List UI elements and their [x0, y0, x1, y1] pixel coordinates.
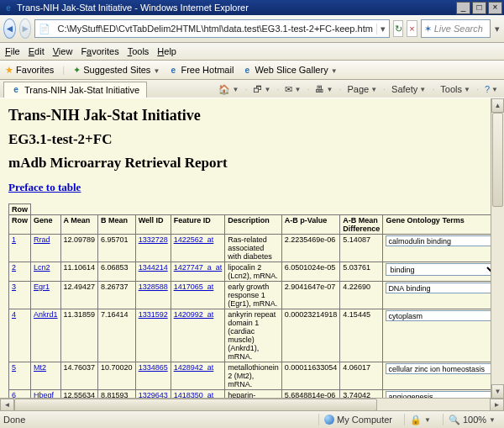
go-input[interactable] — [386, 363, 498, 374]
feature-link[interactable]: 1420992_at — [174, 310, 214, 319]
window-title: Trans-NIH Jak-Stat Initiative - Windows … — [17, 3, 249, 13]
scroll-thumb[interactable] — [492, 113, 503, 207]
cell-bmean: 7.16414 — [98, 309, 136, 362]
go-input[interactable] — [386, 235, 498, 246]
cell-gene: Rrad — [31, 235, 61, 262]
command-bar: 🏠▼ · 🗗▼ · ✉▼ · 🖶▼ · Page ▼ · Safety ▼ · … — [216, 84, 501, 95]
stop-button[interactable]: × — [407, 20, 417, 37]
feeds-button[interactable]: 🗗▼ — [250, 84, 273, 94]
table-row: 2Lcn211.106146.0685313442141427747_a_atl… — [9, 262, 501, 282]
row-link[interactable]: 4 — [12, 310, 16, 319]
row-link[interactable]: 2 — [12, 263, 16, 272]
horizontal-scrollbar[interactable]: ◄► — [0, 398, 504, 411]
gene-link[interactable]: Egr1 — [34, 283, 50, 291]
preface-link[interactable]: Preface to table — [8, 181, 81, 193]
cell-bmean: 6.06853 — [98, 262, 136, 282]
cell-mdiff: 4.15445 — [340, 309, 383, 362]
cell-go — [383, 282, 501, 309]
well-link[interactable]: 1334865 — [139, 363, 168, 372]
web-slice-gallery-button[interactable]: e Web Slice Gallery ▼ — [242, 65, 337, 76]
menu-view[interactable]: View — [53, 46, 73, 56]
go-input[interactable] — [386, 310, 498, 321]
hscroll-thumb[interactable] — [14, 399, 377, 411]
col-bmean: B Mean — [98, 215, 136, 235]
gene-link[interactable]: Ankrd1 — [34, 310, 58, 319]
menu-file[interactable]: File — [5, 46, 20, 56]
cell-pvalue: 2.9041647e-07 — [281, 282, 340, 309]
col-row: Row — [9, 215, 31, 235]
tab-label: Trans-NIH Jak-Stat Initiative — [24, 85, 139, 95]
print-button[interactable]: 🖶▼ — [312, 84, 335, 94]
menu-favorites[interactable]: Favorites — [81, 46, 118, 56]
feature-link[interactable]: 1422562_at — [174, 235, 214, 244]
feature-link[interactable]: 1427747_a_at — [174, 263, 223, 272]
cell-gene: Egr1 — [31, 282, 61, 309]
menu-tools[interactable]: Tools — [128, 46, 150, 56]
cell-go — [383, 235, 501, 262]
well-link[interactable]: 1332728 — [139, 235, 168, 244]
search-dropdown[interactable]: ▾ — [494, 24, 501, 34]
go-input[interactable] — [386, 283, 498, 293]
zoom-pane[interactable]: 🔍100% ▼ — [443, 414, 501, 425]
maximize-button[interactable]: □ — [472, 2, 486, 14]
menu-edit[interactable]: Edit — [29, 46, 45, 56]
zone-icon — [324, 415, 334, 425]
cell-mdiff: 5.03761 — [340, 262, 383, 282]
page-menu[interactable]: Page ▼ — [344, 84, 380, 94]
address-bar[interactable]: 📄 C:\MyStuff\ED\CvtTabDelim2HTML\html\da… — [34, 19, 389, 38]
close-button[interactable]: × — [488, 2, 502, 14]
tab-favicon: e — [11, 85, 21, 95]
cell-well: 1328588 — [135, 282, 171, 309]
tab-active[interactable]: e Trans-NIH Jak-Stat Initiative — [3, 82, 147, 98]
mail-button[interactable]: ✉▼ — [282, 84, 303, 95]
refresh-button[interactable]: ↻ — [393, 20, 403, 37]
well-link[interactable]: 1328588 — [139, 283, 168, 291]
home-button[interactable]: 🏠▼ — [216, 84, 241, 95]
search-provider-icon: ✶ — [424, 24, 432, 34]
feature-link[interactable]: 1417065_at — [174, 283, 214, 291]
gene-link[interactable]: Rrad — [34, 235, 50, 244]
cell-feature: 1427747_a_at — [171, 262, 225, 282]
well-link[interactable]: 1344214 — [139, 263, 168, 272]
cell-amean: 11.31859 — [60, 309, 98, 362]
address-dropdown[interactable]: ▾ — [376, 24, 389, 34]
cell-mdiff: 4.22690 — [340, 282, 383, 309]
table-row: 3Egr112.494278.2673713285881417065_atear… — [9, 282, 501, 309]
suggested-sites-button[interactable]: ✦ Suggested Sites ▼ — [73, 65, 160, 76]
safety-menu[interactable]: Safety ▼ — [389, 84, 428, 94]
scroll-up-button[interactable]: ▲ — [491, 98, 504, 113]
row-link[interactable]: 5 — [12, 363, 16, 372]
row-link[interactable]: 3 — [12, 283, 16, 291]
subtitle-2: mAdb Microarray Retrieval Report — [8, 155, 496, 172]
row-link[interactable]: 1 — [12, 235, 16, 244]
menu-help[interactable]: Help — [157, 46, 176, 56]
document-body: Trans-NIH Jak-Stat Initiative EG3.1-test… — [0, 98, 504, 411]
scroll-left-button[interactable]: ◄ — [0, 399, 14, 411]
search-placeholder: Live Search — [434, 24, 483, 34]
feature-link[interactable]: 1428942_at — [174, 363, 214, 372]
gene-link[interactable]: Lcn2 — [34, 263, 50, 272]
cell-amean: 14.76037 — [60, 362, 98, 390]
well-link[interactable]: 1331592 — [139, 310, 168, 319]
back-button[interactable]: ◄ — [3, 18, 16, 39]
minimize-button[interactable]: _ — [456, 2, 470, 14]
scroll-down-button[interactable]: ▼ — [491, 384, 504, 399]
page-title: Trans-NIH Jak-Stat Initiative — [8, 107, 496, 124]
vertical-scrollbar[interactable]: ▲ ▼ — [491, 98, 504, 411]
free-hotmail-button[interactable]: e Free Hotmail — [168, 65, 234, 76]
cell-go: binding — [383, 262, 501, 282]
scroll-right-button[interactable]: ► — [490, 399, 504, 411]
search-box[interactable]: ✶ Live Search — [421, 19, 491, 38]
row-group-header: Row — [9, 204, 31, 215]
help-button[interactable]: ?▼ — [482, 84, 501, 94]
gene-link[interactable]: Mt2 — [34, 363, 46, 372]
tools-menu[interactable]: Tools ▼ — [438, 84, 473, 94]
go-select[interactable]: binding — [386, 263, 498, 276]
cell-well: 1344214 — [135, 262, 171, 282]
favorites-button[interactable]: ★ Favorites — [5, 65, 54, 76]
cell-gene: Ankrd1 — [31, 309, 61, 362]
tab-bar: e Trans-NIH Jak-Stat Initiative 🏠▼ · 🗗▼ … — [0, 80, 504, 99]
forward-button[interactable]: ► — [19, 18, 32, 39]
cell-description: Ras-related associated with diabetes — [225, 235, 282, 262]
status-bar: Done My Computer 🔒▼ 🔍100% ▼ — [0, 410, 504, 428]
